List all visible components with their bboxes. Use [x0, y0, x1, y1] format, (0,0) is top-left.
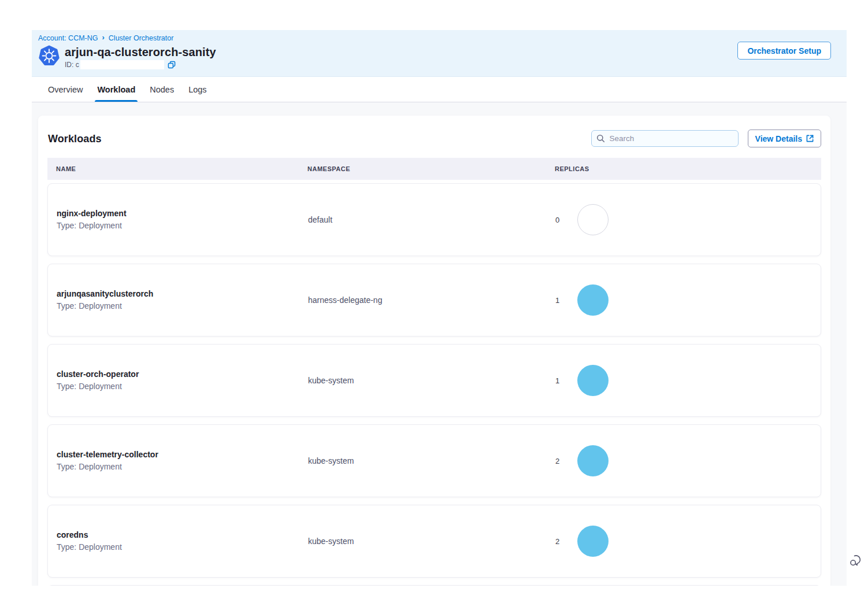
- view-details-label: View Details: [755, 134, 802, 143]
- tab-logs[interactable]: Logs: [188, 77, 207, 102]
- workload-name: cluster-telemetry-collector: [57, 450, 308, 460]
- table-row[interactable]: nginx-deployment Type: Deployment defaul…: [47, 183, 821, 256]
- chat-help-icon[interactable]: [849, 553, 863, 570]
- tab-bar: Overview Workload Nodes Logs: [32, 77, 847, 102]
- breadcrumb: Account: CCM-NG › Cluster Orchestrator: [38, 34, 847, 42]
- workloads-heading: Workloads: [48, 131, 102, 146]
- workload-rows: nginx-deployment Type: Deployment defaul…: [47, 183, 821, 586]
- cluster-id-label: ID: c: [65, 61, 79, 69]
- workload-name: cluster-orch-operator: [57, 369, 308, 379]
- tab-nodes[interactable]: Nodes: [149, 77, 175, 102]
- column-header-replicas: REPLICAS: [555, 165, 821, 172]
- view-details-button[interactable]: View Details: [748, 130, 821, 147]
- page-title: arjun-qa-clusterorch-sanity: [65, 45, 216, 59]
- workload-namespace: default: [308, 215, 555, 224]
- column-header-name: NAME: [56, 165, 307, 172]
- breadcrumb-section-link[interactable]: Cluster Orchestrator: [109, 34, 174, 42]
- replica-count: 1: [555, 296, 561, 305]
- tab-content-panel: Workloads View Details: [32, 102, 847, 586]
- replica-status-circle: [577, 284, 609, 316]
- breadcrumb-account-link[interactable]: Account: CCM-NG: [38, 34, 98, 42]
- orchestrator-setup-button[interactable]: Orchestrator Setup: [737, 42, 831, 60]
- table-row[interactable]: cluster-orch-operator Type: Deployment k…: [47, 344, 821, 417]
- replica-count: 0: [555, 216, 561, 224]
- table-header: NAME NAMESPACE REPLICAS: [47, 158, 821, 180]
- workload-namespace: kube-system: [308, 376, 555, 385]
- workload-type: Type: Deployment: [57, 221, 308, 231]
- replica-count: 2: [555, 457, 561, 465]
- app-window: Account: CCM-NG › Cluster Orchestrator: [32, 30, 847, 586]
- workload-name: nginx-deployment: [57, 209, 308, 219]
- tab-workload[interactable]: Workload: [97, 77, 136, 102]
- workload-name: arjunqasanityclusterorch: [57, 289, 308, 299]
- cluster-id-redacted: [80, 60, 164, 69]
- page-header: Account: CCM-NG › Cluster Orchestrator: [32, 30, 847, 77]
- table-row[interactable]: coredns Type: Deployment kube-system 2: [47, 505, 821, 578]
- column-header-namespace: NAMESPACE: [307, 165, 555, 172]
- workload-type: Type: Deployment: [57, 301, 308, 311]
- cluster-title-row: arjun-qa-clusterorch-sanity ID: c: [38, 45, 847, 69]
- workload-type: Type: Deployment: [57, 542, 308, 552]
- workload-namespace: kube-system: [308, 456, 555, 465]
- external-link-icon: [806, 135, 814, 142]
- workload-namespace: harness-delegate-ng: [308, 295, 555, 305]
- replica-status-circle: [577, 445, 609, 476]
- table-row-partial[interactable]: [47, 585, 821, 586]
- kubernetes-logo-icon: [38, 45, 60, 67]
- workload-name: coredns: [57, 530, 308, 540]
- replica-status-circle: [577, 526, 609, 557]
- replica-count: 1: [555, 376, 561, 385]
- search-box: [591, 130, 739, 147]
- workloads-card: Workloads View Details: [38, 116, 830, 586]
- replica-count: 2: [555, 537, 561, 546]
- tab-overview[interactable]: Overview: [47, 77, 83, 102]
- workload-type: Type: Deployment: [57, 462, 308, 472]
- workload-namespace: kube-system: [308, 537, 555, 546]
- search-input[interactable]: [591, 130, 739, 147]
- replica-status-circle: [577, 204, 609, 235]
- breadcrumb-separator-icon: ›: [102, 33, 105, 42]
- workload-type: Type: Deployment: [57, 382, 308, 391]
- replica-status-circle: [577, 365, 609, 396]
- table-row[interactable]: arjunqasanityclusterorch Type: Deploymen…: [47, 264, 821, 337]
- table-row[interactable]: cluster-telemetry-collector Type: Deploy…: [47, 424, 821, 497]
- copy-icon[interactable]: [168, 61, 176, 69]
